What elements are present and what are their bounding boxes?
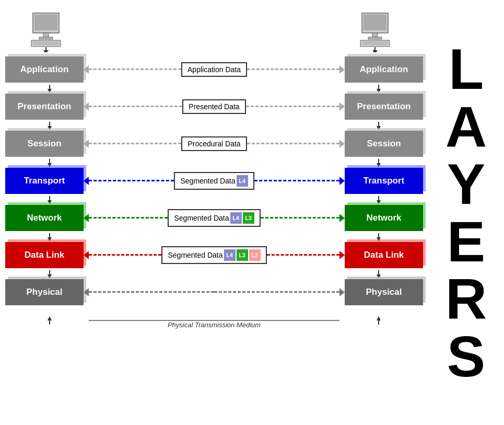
segmented-data-label-4: Segmented Data [180, 177, 235, 185]
layer-row-application: Application Application Data Application [5, 55, 423, 84]
left-physical-label: Physical [5, 279, 84, 305]
physical-medium-label: Physical Transmission Medium [168, 321, 261, 329]
svg-rect-9 [364, 15, 386, 30]
right-transport-box: Transport [345, 168, 423, 194]
left-presentation-label: Presentation [5, 94, 84, 120]
right-datalink-label: Data Link [345, 242, 423, 268]
chip-l4-datalink: L4 [224, 249, 236, 261]
session-connector: Procedural Data [84, 136, 345, 151]
layers-label: L A Y E R S [428, 0, 504, 425]
physical-medium-row: Physical Transmission Medium [5, 308, 423, 329]
right-application-box: Application [345, 56, 423, 83]
left-network-box: Network [5, 205, 84, 231]
computer-row [5, 5, 423, 52]
svg-rect-5 [33, 41, 59, 45]
svg-rect-10 [372, 33, 378, 37]
procedural-data-label: Procedural Data [187, 140, 240, 148]
application-connector: Application Data [84, 62, 345, 77]
network-connector: Segmented Data L4 L3 [84, 209, 345, 227]
right-application-label: Application [345, 56, 423, 83]
datalink-data-box: Segmented Data L4 L3 L2 [161, 246, 266, 264]
network-data-box: Segmented Data L4 L3 [168, 209, 260, 227]
right-computer [339, 10, 418, 52]
right-network-label: Network [345, 205, 423, 231]
svg-rect-11 [368, 37, 382, 39]
chip-l4-transport: L4 [237, 175, 248, 187]
layer-row-session: Session Procedural Data Session [5, 129, 423, 158]
chip-l3-network: L3 [243, 212, 254, 224]
right-session-box: Session [345, 131, 423, 157]
svg-marker-44 [377, 316, 381, 320]
left-session-label: Session [5, 131, 84, 157]
svg-rect-1 [34, 15, 57, 30]
right-session-label: Session [345, 131, 423, 157]
left-presentation-box: Presentation [5, 94, 84, 120]
layer-letter-r: R [446, 270, 487, 328]
left-upward-arrow [10, 316, 89, 325]
application-data-label: Application Data [187, 65, 241, 74]
svg-marker-7 [43, 50, 49, 52]
datalink-connector: Segmented Data L4 L3 L2 [84, 246, 345, 264]
layer-letter-a: A [446, 98, 487, 155]
procedural-data-box: Procedural Data [181, 136, 247, 151]
left-application-label: Application [5, 56, 84, 83]
presented-data-box: Presented Data [182, 99, 245, 114]
physical-connector [84, 288, 345, 296]
left-application-box: Application [5, 56, 84, 83]
layer-row-physical: Physical Physical [5, 278, 423, 306]
chip-l2-datalink: L2 [249, 249, 261, 261]
layer-letter-e: E [447, 213, 485, 270]
layer-letter-s: S [447, 328, 485, 385]
left-computer [10, 10, 89, 52]
left-network-label: Network [5, 205, 84, 231]
left-datalink-box: Data Link [5, 242, 84, 268]
layer-row-presentation: Presentation Presented Data Presentation [5, 92, 423, 121]
transport-connector: Segmented Data L4 [84, 172, 345, 190]
left-transport-label: Transport [5, 168, 84, 194]
layer-letter-l: L [449, 40, 484, 98]
chip-l4-network: L4 [230, 212, 242, 224]
left-datalink-label: Data Link [5, 242, 84, 268]
layer-letter-y: Y [447, 155, 485, 213]
physical-medium-line: Physical Transmission Medium [89, 313, 339, 328]
chip-l3-datalink: L3 [237, 249, 248, 261]
right-presentation-box: Presentation [345, 94, 423, 120]
left-transport-box: Transport [5, 168, 84, 194]
right-presentation-label: Presentation [345, 94, 423, 120]
left-session-box: Session [5, 131, 84, 157]
left-physical-box: Physical [5, 279, 84, 305]
right-network-box: Network [345, 205, 423, 231]
layer-row-transport: Transport Segmented Data L4 Transport [5, 166, 423, 195]
right-transport-label: Transport [345, 168, 423, 194]
presented-data-label: Presented Data [189, 102, 239, 111]
presentation-connector: Presented Data [84, 99, 345, 114]
svg-rect-2 [43, 33, 49, 37]
svg-rect-13 [362, 41, 388, 45]
right-upward-arrow [339, 316, 418, 325]
svg-rect-3 [39, 37, 53, 39]
svg-marker-41 [48, 316, 52, 320]
segmented-data-label-dl: Segmented Data [168, 251, 222, 259]
layer-row-datalink: Data Link Segmented Data L4 L3 L2 Data L… [5, 240, 423, 269]
right-physical-label: Physical [345, 279, 423, 305]
svg-marker-15 [372, 50, 378, 52]
layer-row-network: Network Segmented Data L4 L3 Network [5, 203, 423, 232]
diagram-area: Application Application Data Application [0, 0, 428, 425]
right-datalink-box: Data Link [345, 242, 423, 268]
segmented-data-label-net: Segmented Data [174, 214, 229, 222]
right-physical-box: Physical [345, 279, 423, 305]
application-data-box: Application Data [181, 62, 247, 77]
transport-data-box: Segmented Data L4 [174, 172, 254, 190]
